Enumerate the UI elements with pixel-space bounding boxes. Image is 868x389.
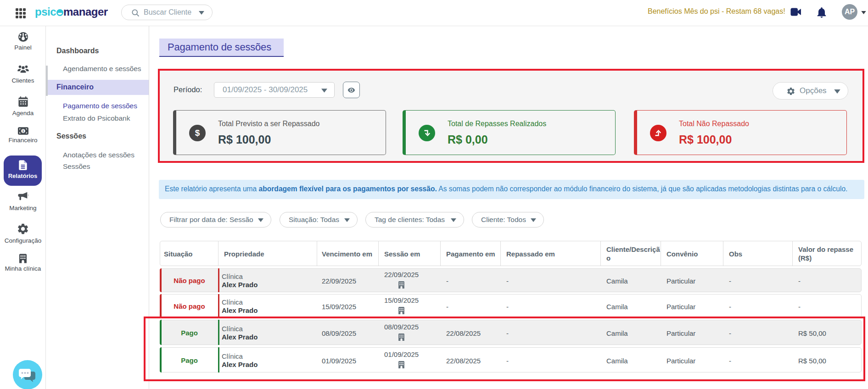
svg-text:1: 1 — [22, 129, 24, 133]
